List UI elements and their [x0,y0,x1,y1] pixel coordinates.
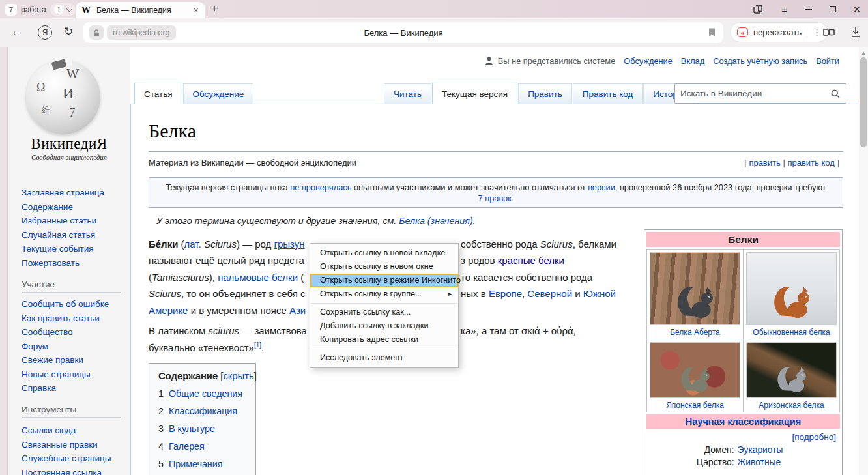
image-caption[interactable]: Аризонская белка [746,401,837,410]
edits-count-link[interactable]: 7 правок [478,194,512,203]
context-menu-item-save-link-as[interactable]: Сохранить ссылку как... [310,306,458,319]
tab-panels-icon[interactable] [752,4,764,14]
new-tab-button[interactable]: + [211,2,218,15]
bookmark-icon[interactable] [708,27,716,38]
classification-link[interactable]: Научная классификация [686,416,801,427]
south-america-link[interactable]: Южной [583,288,616,299]
browser-menu-icon[interactable]: ≡ [781,5,787,14]
toc-link-classification[interactable]: Классификация [169,406,237,416]
sidebar-item-contents[interactable]: Содержание [22,200,104,214]
image-japanese-squirrel[interactable] [650,342,740,398]
sidebar-item-report-error[interactable]: Сообщить об ошибке [22,297,109,311]
asia-link[interactable]: Ази [289,305,306,316]
window-minimize-icon[interactable] [805,9,812,10]
tab-edit[interactable]: Править [518,83,572,104]
sidebar-item-current-events[interactable]: Текущие события [22,242,104,256]
context-menu-item-inspect[interactable]: Исследовать элемент [310,351,458,365]
europe-link[interactable]: Европе [489,288,522,299]
sidebar-item-special-pages[interactable]: Служебные страницы [22,452,111,466]
yandex-button[interactable]: Я [38,25,52,40]
sidebar-item-new-pages[interactable]: Новые страницы [22,367,109,382]
sidebar-item-featured[interactable]: Избранные статьи [22,214,104,228]
image-aberts-squirrel[interactable] [650,252,740,325]
retell-more-icon[interactable]: ⋮ [813,27,821,37]
tab-group-pill[interactable]: 1 [50,3,76,16]
sidebar-section-tools: Инструменты [22,405,121,418]
tab-current-version[interactable]: Текущая версия [432,83,517,104]
personal-link-discussion[interactable]: Обсуждение [624,56,673,66]
disambiguation-link[interactable]: Белка (значения) [399,216,472,226]
latin-link[interactable]: лат. [184,238,201,250]
scrollbar-thumb[interactable] [860,57,867,147]
taxobox-row: Домен: Эукариоты [646,444,840,456]
personal-link-contributions[interactable]: Вклад [681,56,704,66]
sidebar-item-related-changes[interactable]: Связанные правки [22,438,111,452]
image-caption[interactable]: Японская белка [650,401,740,410]
window-maximize-icon[interactable] [830,6,836,12]
reference-1-link[interactable]: [1] [254,341,261,349]
toc-item: 5Примечания [158,459,255,469]
palm-squirrels-link[interactable]: пальмовые белки [218,272,298,283]
tab-read[interactable]: Читать [384,83,431,104]
context-menu-item-open-in-group[interactable]: Открыть ссылку в группе... ► [310,287,458,301]
sidebar-item-forum[interactable]: Форум [22,339,109,354]
domain-link[interactable]: Эукариоты [738,445,783,455]
sidebar-item-permanent-link[interactable]: Постоянная ссылка [22,466,111,475]
red-squirrels-link[interactable]: красные белки [498,255,564,266]
sidebar-item-recent-changes[interactable]: Свежие правки [22,353,109,367]
image-red-squirrel[interactable] [746,252,837,325]
context-menu-item-copy-link-address[interactable]: Копировать адрес ссылки [310,333,458,347]
tab-close-icon[interactable]: × [194,5,199,16]
rodents-link[interactable]: грызун [274,238,305,250]
sidebar-item-help[interactable]: Справка [22,381,109,396]
toc-hide-toggle[interactable]: скрыть [223,371,253,381]
tab-group[interactable]: 7 работа 1 [5,3,83,16]
context-menu-item-open-new-window[interactable]: Открыть ссылку в новом окне [310,260,458,274]
browser-tab-active[interactable]: W Белка — Википедия × [76,2,205,18]
tab-discussion[interactable]: Обсуждение [183,83,254,104]
details-link[interactable]: [подробно] [792,432,836,442]
sidebar-item-community[interactable]: Сообщество [22,325,109,339]
refresh-button[interactable]: ↻ [64,25,73,38]
edit-source-link[interactable]: править код [787,158,834,167]
context-menu-item-open-incognito[interactable]: Открыть ссылку в режиме Инкогнито [310,274,458,287]
sidebar-nav-main: Заглавная страница Содержание Избранные … [22,186,104,270]
edit-link[interactable]: править [749,158,780,167]
america-link[interactable]: Америке [149,305,188,316]
sidebar-item-random[interactable]: Случайная статья [22,228,104,242]
version-link[interactable]: версии [588,182,615,192]
context-menu-item-open-new-tab[interactable]: Открыть ссылку в новой вкладке [310,246,458,260]
tab-edit-source[interactable]: Править код [573,83,643,104]
toc-link-notes[interactable]: Примечания [169,459,223,469]
image-caption[interactable]: Белка Аберта [650,328,740,337]
wikipedia-wordmark: ВикипедиЯ [8,136,130,152]
image-arizona-squirrel[interactable] [746,342,837,398]
north-america-link[interactable]: Северной [527,288,572,299]
sidebar-item-what-links-here[interactable]: Ссылки сюда [22,424,111,438]
page-scrollbar[interactable]: ▲ [858,47,868,475]
sidebar-item-main-page[interactable]: Заглавная страница [22,186,104,200]
toc-link-general[interactable]: Общие сведения [169,388,242,399]
sidebar-item-donate[interactable]: Пожертвовать [22,256,104,270]
toc-link-culture[interactable]: В культуре [169,424,215,434]
personal-link-create-account[interactable]: Создать учётную запись [713,56,807,66]
back-button[interactable]: ← [10,24,23,38]
search-icon[interactable] [830,89,841,99]
wiki-search-input[interactable] [680,89,830,98]
scrollbar-up-arrow[interactable]: ▲ [861,50,866,56]
wikipedia-globe-logo[interactable]: W Ω И 7 維 [26,60,100,134]
collections-icon[interactable] [822,27,835,38]
image-caption[interactable]: Обыкновенная белка [746,328,837,337]
retell-button[interactable]: « пересказать ⋮ [730,22,828,42]
sidebar-item-how-to-edit[interactable]: Как править статьи [22,311,109,326]
wiki-search-box[interactable] [674,83,846,104]
toc-link-gallery[interactable]: Галерея [169,441,205,452]
context-menu-item-bookmark-link[interactable]: Добавить ссылку в закладки [310,319,458,333]
download-icon[interactable] [850,26,861,38]
kingdom-link[interactable]: Животные [738,457,781,467]
address-bar[interactable]: ru.wikipedia.org Белка — Википедия [83,22,723,43]
personal-link-login[interactable]: Войти [816,56,839,66]
window-close-icon[interactable]: × [854,4,860,15]
not-reviewed-link[interactable]: не проверялась [290,182,351,192]
tab-article[interactable]: Статья [134,83,182,104]
